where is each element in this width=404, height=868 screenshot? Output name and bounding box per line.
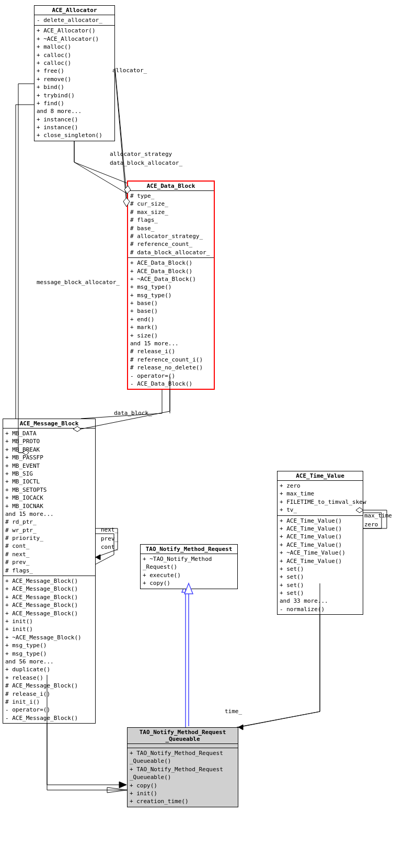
ace-message-block-constants: + MB_DATA + MB_PROTO + MB_BREAK + MB_PAS… [3,429,95,576]
tao-notify-queueable-box: TAO_Notify_Method_Request_Queueable + TA… [127,727,238,807]
svg-marker-49 [238,725,243,730]
ace-time-value-title: ACE_Time_Value [278,471,363,481]
diagram-container: ACE_Allocator - delete_allocator_ + ACE_… [0,0,404,868]
svg-line-20 [237,712,320,727]
tao-notify-method-request-box: TAO_Notify_Method_Request + ~TAO_Notify_… [140,544,238,589]
label-data-block-allocator: data_block_allocator_ [110,160,182,166]
label-data-block: data_block_ [114,410,152,416]
svg-line-22 [115,71,126,204]
svg-line-10 [94,555,114,565]
ace-allocator-methods: + ACE_Allocator() + ~ACE_Allocator() + m… [34,26,114,140]
ace-message-block-box: ACE_Message_Block + MB_DATA + MB_PROTO +… [3,419,96,724]
ace-time-value-methods: + ACE_Time_Value() + ACE_Time_Value() + … [278,516,363,615]
tao-notify-queueable-title: TAO_Notify_Method_Request_Queueable [128,728,238,744]
label-and: allocator_ [112,67,147,74]
tao-notify-queueable-empty [128,744,238,748]
ace-data-block-box: ACE_Data_Block # type_ # cur_size_ # max… [127,181,215,390]
ace-message-block-title: ACE_Message_Block [3,419,95,429]
label-max-time-zero: max_timezero [364,512,392,529]
ace-data-block-methods: + ACE_Data_Block() + ACE_Data_Block() + … [128,258,214,389]
tao-notify-queueable-methods: + TAO_Notify_Method_Request _Queueable()… [128,748,238,807]
svg-line-48 [238,712,320,727]
svg-marker-37 [96,555,100,560]
label-time: time_ [225,708,242,715]
svg-marker-46 [119,782,126,788]
ace-data-block-title: ACE_Data_Block [128,182,214,191]
svg-line-25 [74,162,127,194]
label-message-block-allocator: message_block_allocator_ [37,279,120,286]
ace-allocator-attributes: - delete_allocator_ [34,15,114,26]
label-allocator-strategy: allocator_strategy [110,151,172,157]
ace-message-block-methods: + ACE_Message_Block() + ACE_Message_Bloc… [3,576,95,723]
tao-notify-method-request-methods: + ~TAO_Notify_Method _Request() + execut… [141,554,237,589]
svg-line-2 [115,68,127,199]
svg-marker-18 [107,787,127,793]
ace-time-value-box: ACE_Time_Value + zero + max_time + FILET… [277,471,363,615]
ace-data-block-attributes: # type_ # cur_size_ # max_size_ # flags_… [128,191,214,258]
label-next-prev-cont: next_prev_cont_ [101,526,118,552]
ace-time-value-attributes: + zero + max_time + FILETIME_to_timval_s… [278,481,363,516]
ace-allocator-box: ACE_Allocator - delete_allocator_ + ACE_… [34,5,115,141]
ace-allocator-title: ACE_Allocator [34,6,114,15]
tao-notify-method-request-title: TAO_Notify_Method_Request [141,545,237,554]
